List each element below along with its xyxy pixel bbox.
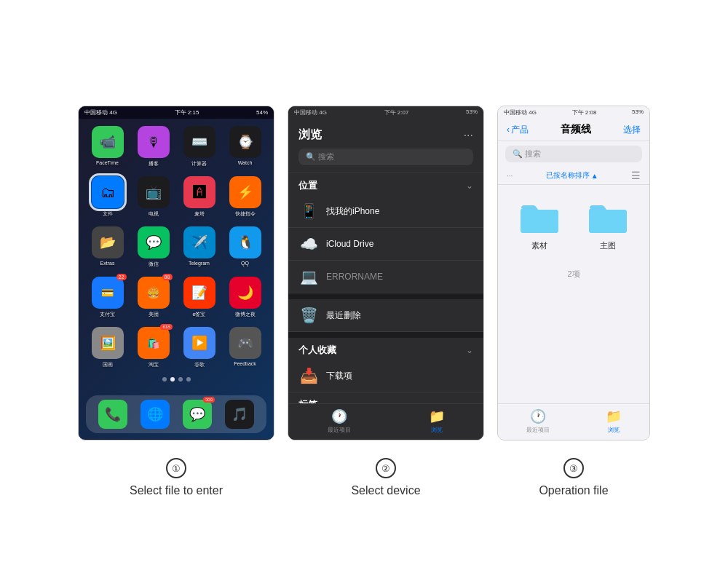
step-2: ② Select device: [288, 458, 484, 497]
list-item[interactable]: 📱 找我的iPhone: [288, 195, 483, 228]
list-item[interactable]: 📝 e签宝: [181, 277, 218, 318]
step-3: ③ Operation file: [497, 458, 650, 497]
step-3-number: ③: [563, 458, 584, 478]
finder-tab-browse[interactable]: 📁 浏览: [606, 408, 622, 434]
battery-1: 54%: [256, 109, 268, 116]
list-item[interactable]: ⌨️ 计算器: [181, 126, 218, 167]
finder-title: 音频线: [561, 123, 591, 136]
dock-music[interactable]: 🎵: [225, 400, 254, 429]
main-container: 中国移动 4G 下午 2:15 54% 📹 FaceTime 🎙 播客: [0, 84, 728, 497]
list-item[interactable]: 💬 微信: [135, 226, 172, 268]
finder-tab-recent[interactable]: 🕐 最近项目: [526, 408, 550, 434]
files-title: 浏览: [298, 127, 322, 143]
files-status-bar: 中国移动 4G 下午 2:07 53%: [288, 106, 483, 119]
app-grid: 📹 FaceTime 🎙 播客 ⌨️ 计算器 ⌚ Watch: [79, 119, 274, 376]
files-dots[interactable]: ···: [464, 129, 473, 142]
finder-list-view-button[interactable]: ☰: [631, 170, 641, 181]
files-tab-browse[interactable]: 📁 浏览: [429, 408, 445, 434]
files-app-screenshot: 中国移动 4G 下午 2:07 53% 浏览 ··· 🔍 搜索 位置 ⌄ 📱: [288, 106, 484, 440]
files-bottom-bar: 🕐 最近项目 📁 浏览: [288, 403, 483, 440]
battery-2: 53%: [466, 108, 478, 116]
dock-phone[interactable]: 📞: [98, 400, 127, 429]
finder-status-bar: 中国移动 4G 下午 2:08 53%: [498, 106, 649, 119]
dock-messages[interactable]: 💬 309: [183, 400, 212, 429]
dock: 📞 🌐 💬 309 🎵: [86, 395, 266, 433]
list-item[interactable]: 📥 下载项: [288, 360, 483, 392]
files-location-header: 位置 ⌄: [288, 173, 483, 195]
step-1-label: Select file to enter: [130, 484, 223, 497]
phone-screenshot: 中国移动 4G 下午 2:15 54% 📹 FaceTime 🎙 播客: [78, 106, 274, 440]
step-2-label: Select device: [351, 484, 420, 497]
list-item[interactable]: 💻 ERRORNAME: [288, 261, 483, 293]
phone-status-bar: 中国移动 4G 下午 2:15 54%: [79, 106, 274, 119]
files-app-icon[interactable]: 🗂 文件: [89, 176, 126, 218]
carrier-2: 中国移动 4G: [294, 108, 327, 116]
time-3: 下午 2:08: [572, 108, 597, 116]
time-1: 下午 2:15: [175, 108, 199, 116]
list-item[interactable]: 🗑️ 最近删除: [288, 299, 483, 332]
list-item[interactable]: ✈️ Telegram: [181, 226, 218, 268]
step-1-number: ①: [166, 458, 186, 478]
finder-select-button[interactable]: 选择: [623, 124, 641, 136]
finder-nav: ‹ 产品 音频线 选择: [498, 119, 649, 141]
list-item[interactable]: ☁️ iCloud Drive: [288, 228, 483, 261]
list-item[interactable]: 📺 电视: [135, 176, 172, 218]
list-item[interactable]: ⌚ Watch: [226, 126, 264, 167]
finder-sort-button[interactable]: 已按名称排序 ▲: [546, 170, 598, 181]
step-1: ① Select file to enter: [78, 458, 274, 497]
finder-back-button[interactable]: ‹ 产品: [507, 124, 529, 136]
battery-3: 53%: [632, 108, 644, 116]
step-2-number: ②: [376, 458, 396, 478]
time-2: 下午 2:07: [384, 108, 409, 116]
finder-bottom-bar: 🕐 最近项目 📁 浏览: [498, 403, 649, 440]
list-item[interactable]: 🖼️ 国画: [89, 327, 126, 368]
files-search-bar[interactable]: 🔍 搜索: [298, 149, 473, 165]
finder-count: 2项: [498, 266, 649, 282]
list-item[interactable]: 🐧 QQ: [226, 226, 264, 268]
finder-sort-bar: ··· 已按名称排序 ▲ ☰: [498, 167, 649, 185]
list-item[interactable]: 📹 FaceTime: [89, 126, 126, 167]
list-item[interactable]: ▶️ 谷歌: [181, 327, 218, 368]
list-item[interactable]: 主图: [586, 199, 630, 251]
finder-search-bar[interactable]: 🔍 搜索: [505, 146, 642, 162]
step-3-label: Operation file: [539, 484, 608, 497]
carrier-1: 中国移动 4G: [84, 108, 117, 116]
files-header: 浏览 ··· 🔍 搜索: [288, 119, 483, 173]
files-title-row: 浏览 ···: [298, 125, 473, 146]
list-item[interactable]: 素材: [518, 199, 561, 251]
dock-safari[interactable]: 🌐: [141, 400, 170, 429]
files-divider: [288, 293, 483, 299]
list-item[interactable]: 💳 22 支付宝: [89, 277, 126, 318]
files-divider-2: [288, 332, 483, 338]
list-item[interactable]: 🎙 播客: [135, 126, 172, 167]
screenshots-row: 中国移动 4G 下午 2:15 54% 📹 FaceTime 🎙 播客: [49, 84, 679, 440]
phone-bg: 📹 FaceTime 🎙 播客 ⌨️ 计算器 ⌚ Watch: [79, 119, 274, 439]
list-item[interactable]: 📂 Extras: [89, 226, 126, 268]
list-item[interactable]: 🎮 Feedback: [226, 327, 264, 368]
finder-screenshot: 中国移动 4G 下午 2:08 53% ‹ 产品 音频线 选择 🔍 搜索 ···…: [497, 106, 650, 440]
steps-row: ① Select file to enter ② Select device ③…: [0, 440, 728, 497]
folder-icon-zhuto: [586, 199, 630, 236]
list-item[interactable]: 🅰 麦塔: [181, 176, 218, 218]
list-item[interactable]: 🌙 微博之夜: [226, 277, 264, 318]
files-favorites-header: 个人收藏 ⌄: [288, 338, 483, 360]
list-item[interactable]: 🛍️ 618 淘宝: [135, 327, 172, 368]
carrier-3: 中国移动 4G: [504, 108, 537, 116]
finder-folders: 素材 主图: [498, 185, 649, 266]
list-item[interactable]: 🍔 88 美团: [135, 277, 172, 318]
list-item[interactable]: ⚡ 快捷指令: [226, 176, 264, 218]
folder-icon-sucai: [518, 199, 561, 236]
files-tab-recent[interactable]: 🕐 最近项目: [328, 408, 351, 434]
